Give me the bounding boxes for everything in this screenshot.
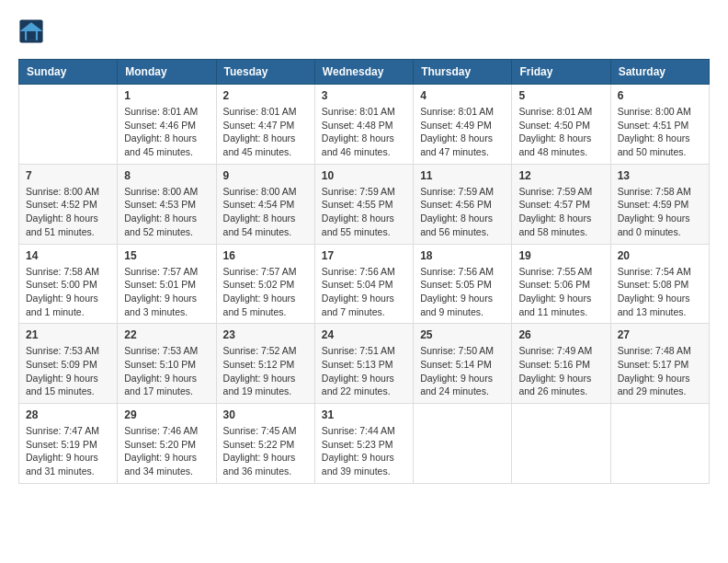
day-info: Sunrise: 7:52 AMSunset: 5:12 PMDaylight:… bbox=[223, 344, 308, 398]
calendar-cell: 28Sunrise: 7:47 AMSunset: 5:19 PMDayligh… bbox=[19, 404, 118, 484]
weekday-header: Thursday bbox=[414, 60, 512, 85]
day-info: Sunrise: 7:44 AMSunset: 5:23 PMDaylight:… bbox=[322, 424, 406, 478]
day-info: Sunrise: 8:00 AMSunset: 4:53 PMDaylight:… bbox=[124, 185, 209, 239]
calendar-week-row: 21Sunrise: 7:53 AMSunset: 5:09 PMDayligh… bbox=[19, 324, 710, 404]
calendar-cell: 18Sunrise: 7:56 AMSunset: 5:05 PMDayligh… bbox=[414, 244, 512, 324]
calendar-week-row: 14Sunrise: 7:58 AMSunset: 5:00 PMDayligh… bbox=[19, 244, 710, 324]
header-row: SundayMondayTuesdayWednesdayThursdayFrid… bbox=[19, 60, 710, 85]
day-info: Sunrise: 7:58 AMSunset: 5:00 PMDaylight:… bbox=[26, 265, 110, 319]
weekday-header: Friday bbox=[512, 60, 610, 85]
calendar-week-row: 7Sunrise: 8:00 AMSunset: 4:52 PMDaylight… bbox=[19, 164, 710, 244]
calendar-table: SundayMondayTuesdayWednesdayThursdayFrid… bbox=[18, 59, 710, 484]
calendar-cell: 14Sunrise: 7:58 AMSunset: 5:00 PMDayligh… bbox=[19, 244, 118, 324]
day-info: Sunrise: 8:01 AMSunset: 4:46 PMDaylight:… bbox=[124, 105, 209, 159]
calendar-week-row: 28Sunrise: 7:47 AMSunset: 5:19 PMDayligh… bbox=[19, 404, 710, 484]
calendar-cell bbox=[512, 404, 610, 484]
day-info: Sunrise: 7:53 AMSunset: 5:09 PMDaylight:… bbox=[26, 344, 110, 398]
calendar-cell: 4Sunrise: 8:01 AMSunset: 4:49 PMDaylight… bbox=[414, 85, 512, 165]
day-number: 24 bbox=[322, 328, 406, 341]
day-info: Sunrise: 7:51 AMSunset: 5:13 PMDaylight:… bbox=[322, 344, 406, 398]
calendar-cell bbox=[610, 404, 709, 484]
day-number: 18 bbox=[420, 249, 505, 262]
day-info: Sunrise: 7:54 AMSunset: 5:08 PMDaylight:… bbox=[618, 265, 702, 319]
weekday-header: Sunday bbox=[19, 60, 118, 85]
day-info: Sunrise: 7:45 AMSunset: 5:22 PMDaylight:… bbox=[223, 424, 308, 478]
calendar-cell: 20Sunrise: 7:54 AMSunset: 5:08 PMDayligh… bbox=[610, 244, 709, 324]
calendar-cell: 22Sunrise: 7:53 AMSunset: 5:10 PMDayligh… bbox=[118, 324, 216, 404]
day-info: Sunrise: 7:46 AMSunset: 5:20 PMDaylight:… bbox=[124, 424, 209, 478]
weekday-header: Monday bbox=[118, 60, 216, 85]
day-number: 19 bbox=[518, 249, 603, 262]
logo-icon bbox=[18, 18, 44, 44]
calendar-week-row: 1Sunrise: 8:01 AMSunset: 4:46 PMDaylight… bbox=[19, 85, 710, 165]
day-info: Sunrise: 7:56 AMSunset: 5:04 PMDaylight:… bbox=[322, 265, 406, 319]
calendar-cell: 2Sunrise: 8:01 AMSunset: 4:47 PMDaylight… bbox=[216, 85, 314, 165]
day-number: 9 bbox=[223, 169, 308, 182]
day-info: Sunrise: 7:55 AMSunset: 5:06 PMDaylight:… bbox=[518, 265, 603, 319]
day-info: Sunrise: 7:56 AMSunset: 5:05 PMDaylight:… bbox=[420, 265, 505, 319]
calendar-cell: 10Sunrise: 7:59 AMSunset: 4:55 PMDayligh… bbox=[314, 164, 413, 244]
calendar-cell: 11Sunrise: 7:59 AMSunset: 4:56 PMDayligh… bbox=[414, 164, 512, 244]
day-number: 3 bbox=[322, 89, 406, 102]
day-info: Sunrise: 7:47 AMSunset: 5:19 PMDaylight:… bbox=[26, 424, 110, 478]
calendar-cell: 15Sunrise: 7:57 AMSunset: 5:01 PMDayligh… bbox=[118, 244, 216, 324]
calendar-cell: 27Sunrise: 7:48 AMSunset: 5:17 PMDayligh… bbox=[610, 324, 709, 404]
day-info: Sunrise: 7:57 AMSunset: 5:01 PMDaylight:… bbox=[124, 265, 209, 319]
weekday-header: Tuesday bbox=[216, 60, 314, 85]
day-info: Sunrise: 7:48 AMSunset: 5:17 PMDaylight:… bbox=[618, 344, 702, 398]
calendar-cell: 3Sunrise: 8:01 AMSunset: 4:48 PMDaylight… bbox=[314, 85, 413, 165]
day-number: 27 bbox=[618, 328, 702, 341]
calendar-cell bbox=[414, 404, 512, 484]
day-number: 25 bbox=[420, 328, 505, 341]
calendar-cell: 1Sunrise: 8:01 AMSunset: 4:46 PMDaylight… bbox=[118, 85, 216, 165]
calendar-cell: 12Sunrise: 7:59 AMSunset: 4:57 PMDayligh… bbox=[512, 164, 610, 244]
day-number: 26 bbox=[518, 328, 603, 341]
calendar-cell: 31Sunrise: 7:44 AMSunset: 5:23 PMDayligh… bbox=[314, 404, 413, 484]
day-info: Sunrise: 8:01 AMSunset: 4:47 PMDaylight:… bbox=[223, 105, 308, 159]
weekday-header: Saturday bbox=[610, 60, 709, 85]
calendar-cell: 19Sunrise: 7:55 AMSunset: 5:06 PMDayligh… bbox=[512, 244, 610, 324]
day-number: 2 bbox=[223, 89, 308, 102]
day-number: 22 bbox=[124, 328, 209, 341]
day-number: 23 bbox=[223, 328, 308, 341]
calendar-body: 1Sunrise: 8:01 AMSunset: 4:46 PMDaylight… bbox=[19, 85, 710, 484]
day-info: Sunrise: 8:00 AMSunset: 4:54 PMDaylight:… bbox=[223, 185, 308, 239]
calendar-cell: 25Sunrise: 7:50 AMSunset: 5:14 PMDayligh… bbox=[414, 324, 512, 404]
day-info: Sunrise: 7:59 AMSunset: 4:57 PMDaylight:… bbox=[518, 185, 603, 239]
calendar-cell: 21Sunrise: 7:53 AMSunset: 5:09 PMDayligh… bbox=[19, 324, 118, 404]
day-number: 11 bbox=[420, 169, 505, 182]
day-number: 7 bbox=[26, 169, 110, 182]
day-number: 13 bbox=[618, 169, 702, 182]
calendar-cell: 26Sunrise: 7:49 AMSunset: 5:16 PMDayligh… bbox=[512, 324, 610, 404]
day-info: Sunrise: 8:00 AMSunset: 4:51 PMDaylight:… bbox=[618, 105, 702, 159]
day-number: 6 bbox=[618, 89, 702, 102]
svg-rect-2 bbox=[27, 31, 36, 40]
day-info: Sunrise: 8:01 AMSunset: 4:48 PMDaylight:… bbox=[322, 105, 406, 159]
calendar-cell: 9Sunrise: 8:00 AMSunset: 4:54 PMDaylight… bbox=[216, 164, 314, 244]
day-number: 31 bbox=[322, 408, 406, 421]
day-number: 14 bbox=[26, 249, 110, 262]
day-number: 29 bbox=[124, 408, 209, 421]
day-number: 12 bbox=[518, 169, 603, 182]
calendar-cell: 8Sunrise: 8:00 AMSunset: 4:53 PMDaylight… bbox=[118, 164, 216, 244]
calendar-cell: 17Sunrise: 7:56 AMSunset: 5:04 PMDayligh… bbox=[314, 244, 413, 324]
day-info: Sunrise: 7:49 AMSunset: 5:16 PMDaylight:… bbox=[518, 344, 603, 398]
day-number: 30 bbox=[223, 408, 308, 421]
day-number: 21 bbox=[26, 328, 110, 341]
page-header bbox=[18, 18, 710, 44]
day-number: 17 bbox=[322, 249, 406, 262]
calendar-cell: 23Sunrise: 7:52 AMSunset: 5:12 PMDayligh… bbox=[216, 324, 314, 404]
day-info: Sunrise: 7:59 AMSunset: 4:55 PMDaylight:… bbox=[322, 185, 406, 239]
day-number: 4 bbox=[420, 89, 505, 102]
day-info: Sunrise: 7:57 AMSunset: 5:02 PMDaylight:… bbox=[223, 265, 308, 319]
day-info: Sunrise: 8:01 AMSunset: 4:50 PMDaylight:… bbox=[518, 105, 603, 159]
day-info: Sunrise: 7:59 AMSunset: 4:56 PMDaylight:… bbox=[420, 185, 505, 239]
calendar-cell: 24Sunrise: 7:51 AMSunset: 5:13 PMDayligh… bbox=[314, 324, 413, 404]
day-number: 10 bbox=[322, 169, 406, 182]
day-number: 16 bbox=[223, 249, 308, 262]
day-number: 1 bbox=[124, 89, 209, 102]
day-info: Sunrise: 7:50 AMSunset: 5:14 PMDaylight:… bbox=[420, 344, 505, 398]
weekday-header: Wednesday bbox=[314, 60, 413, 85]
day-info: Sunrise: 7:53 AMSunset: 5:10 PMDaylight:… bbox=[124, 344, 209, 398]
day-number: 5 bbox=[518, 89, 603, 102]
